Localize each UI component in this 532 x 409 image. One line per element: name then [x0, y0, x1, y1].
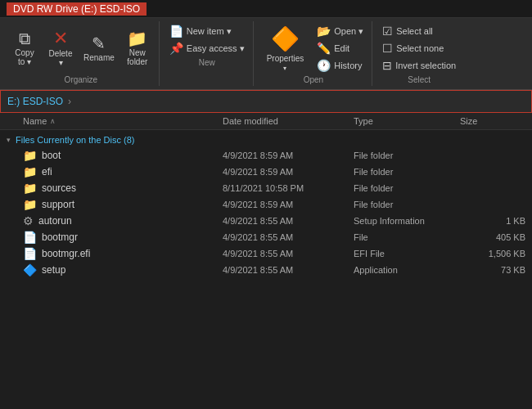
rename-icon: ✎	[92, 35, 106, 52]
ribbon: ⧉ Copyto ▾ ✕ Delete▾ ✎ Rename 📁 Newfolde…	[0, 18, 532, 90]
new-item-label: New item ▾	[187, 26, 232, 37]
easy-access-button[interactable]: 📌 Easy access ▾	[166, 40, 248, 56]
file-date: 4/9/2021 8:59 AM	[223, 151, 354, 160]
table-row[interactable]: 📄 bootmgr 4/9/2021 8:55 AM File 405 KB	[0, 229, 532, 245]
col-header-type[interactable]: Type	[354, 116, 460, 126]
file-type-text: Setup Information	[354, 216, 460, 226]
select-all-label: Select all	[396, 26, 433, 36]
file-type-text: EFI File	[354, 249, 460, 258]
history-button[interactable]: 🕐 History	[313, 57, 367, 74]
copy-label: Copyto ▾	[15, 48, 34, 66]
properties-label: Properties▾	[267, 54, 304, 72]
select-none-label: Select none	[396, 43, 444, 53]
file-type-icon: 📁	[23, 149, 37, 162]
edit-label: Edit	[334, 43, 349, 53]
file-name: 📁 boot	[7, 149, 223, 162]
file-name: 📁 sources	[7, 182, 223, 195]
address-path-item[interactable]: E:) ESD-ISO	[7, 96, 63, 107]
file-type-icon: ⚙	[23, 214, 34, 227]
table-row[interactable]: 📄 bootmgr.efi 4/9/2021 8:55 AM EFI File …	[0, 245, 532, 262]
file-type-text: File	[354, 232, 460, 242]
file-name-text: autorun	[38, 215, 72, 227]
easy-access-label: Easy access ▾	[187, 43, 245, 54]
delete-icon: ✕	[53, 29, 68, 47]
title-bar-text: DVD RW Drive (E:) ESD-ISO	[7, 2, 147, 16]
edit-button[interactable]: ✏️ Edit	[313, 40, 367, 56]
open-icon: 📂	[317, 25, 331, 38]
organize-buttons: ⧉ Copyto ▾ ✕ Delete▾ ✎ Rename 📁 Newfolde…	[8, 23, 154, 74]
open-button[interactable]: 📂 Open ▾	[313, 23, 367, 39]
file-date: 4/9/2021 8:59 AM	[223, 200, 354, 209]
table-row[interactable]: 📁 boot 4/9/2021 8:59 AM File folder	[0, 147, 532, 164]
file-date: 4/9/2021 8:55 AM	[223, 249, 354, 258]
table-row[interactable]: 📁 support 4/9/2021 8:59 AM File folder	[0, 196, 532, 213]
title-bar: DVD RW Drive (E:) ESD-ISO	[0, 0, 532, 18]
delete-button[interactable]: ✕ Delete▾	[44, 27, 77, 70]
col-header-size[interactable]: Size	[460, 116, 525, 126]
group-header: ▾ Files Currently on the Disc (8)	[0, 130, 532, 147]
group-arrow[interactable]: ▾	[7, 136, 11, 144]
file-name-text: bootmgr	[42, 231, 78, 243]
col-header-date[interactable]: Date modified	[223, 116, 354, 126]
file-name: ⚙ autorun	[7, 214, 223, 227]
table-row[interactable]: 📁 efi 4/9/2021 8:59 AM File folder	[0, 164, 532, 180]
open-edit-history: 📂 Open ▾ ✏️ Edit 🕐 History	[313, 23, 367, 74]
properties-button[interactable]: 🔶 Properties▾	[260, 25, 311, 71]
file-list-header: Name ∧ Date modified Type Size	[0, 113, 532, 130]
new-item-button[interactable]: 📄 New item ▾	[166, 23, 248, 39]
file-type-text: File folder	[354, 200, 460, 209]
file-type-text: Application	[354, 265, 460, 275]
col-header-name[interactable]: Name ∧	[7, 116, 223, 126]
file-type-icon: 📁	[23, 165, 37, 178]
file-type-icon: 📁	[23, 198, 37, 211]
ribbon-content: ⧉ Copyto ▾ ✕ Delete▾ ✎ Rename 📁 Newfolde…	[3, 21, 529, 89]
history-icon: 🕐	[317, 59, 331, 72]
select-buttons: ☑ Select all ☐ Select none ⊟ Invert sele…	[379, 23, 459, 74]
table-row[interactable]: ⚙ autorun 4/9/2021 8:55 AM Setup Informa…	[0, 213, 532, 229]
copy-icon: ⧉	[19, 30, 30, 47]
file-name-text: setup	[42, 264, 65, 276]
invert-selection-button[interactable]: ⊟ Invert selection	[379, 57, 459, 74]
file-rows: 📁 boot 4/9/2021 8:59 AM File folder 📁 ef…	[0, 147, 532, 278]
address-separator: ›	[68, 96, 71, 107]
organize-group-label: Organize	[65, 75, 98, 84]
rename-button[interactable]: ✎ Rename	[80, 33, 118, 65]
select-none-icon: ☐	[382, 42, 393, 55]
file-type-text: File folder	[354, 167, 460, 177]
ribbon-group-open: 🔶 Properties▾ 📂 Open ▾ ✏️ Edit 🕐 History	[255, 21, 373, 86]
file-name-text: efi	[42, 166, 52, 178]
file-type-icon: 🔷	[23, 263, 37, 276]
select-all-button[interactable]: ☑ Select all	[379, 23, 459, 39]
copy-to-button[interactable]: ⧉ Copyto ▾	[8, 28, 41, 69]
select-group-label: Select	[408, 75, 431, 84]
table-row[interactable]: 📁 sources 8/11/2021 10:58 PM File folder	[0, 180, 532, 196]
file-type-text: File folder	[354, 151, 460, 160]
history-label: History	[334, 61, 362, 70]
select-none-button[interactable]: ☐ Select none	[379, 40, 459, 56]
ribbon-group-organize: ⧉ Copyto ▾ ✕ Delete▾ ✎ Rename 📁 Newfolde…	[3, 21, 160, 86]
sort-arrow: ∧	[50, 117, 56, 125]
new-buttons: 📄 New item ▾ 📌 Easy access ▾	[166, 23, 248, 56]
file-size: 1 KB	[460, 216, 525, 226]
easy-access-icon: 📌	[169, 42, 183, 55]
ribbon-group-select: ☑ Select all ☐ Select none ⊟ Invert sele…	[374, 21, 464, 86]
open-group-label: Open	[304, 75, 323, 84]
file-name: 📁 efi	[7, 165, 223, 178]
file-list-container: Name ∧ Date modified Type Size ▾ Files C…	[0, 113, 532, 409]
file-name-text: boot	[42, 150, 61, 161]
ribbon-group-new: 📄 New item ▾ 📌 Easy access ▾ New	[161, 21, 254, 86]
open-label: Open ▾	[334, 26, 363, 37]
file-size: 73 KB	[460, 265, 525, 275]
file-date: 4/9/2021 8:59 AM	[223, 167, 354, 177]
select-all-icon: ☑	[382, 25, 393, 38]
invert-icon: ⊟	[382, 59, 392, 72]
rename-label: Rename	[83, 53, 115, 62]
table-row[interactable]: 🔷 setup 4/9/2021 8:55 AM Application 73 …	[0, 262, 532, 278]
open-buttons: 🔶 Properties▾ 📂 Open ▾ ✏️ Edit 🕐 History	[260, 23, 367, 74]
file-name-text: support	[42, 199, 74, 210]
file-name: 🔷 setup	[7, 263, 223, 276]
properties-icon: 🔶	[271, 25, 300, 52]
new-folder-button[interactable]: 📁 Newfolder	[121, 28, 154, 69]
file-type-text: File folder	[354, 183, 460, 193]
new-item-icon: 📄	[169, 25, 183, 38]
